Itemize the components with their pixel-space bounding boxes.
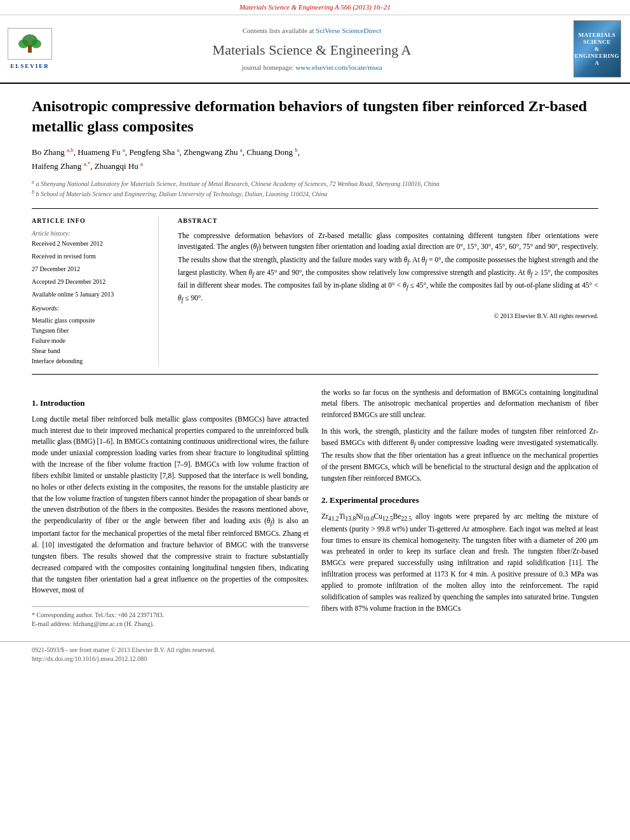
abstract-heading: ABSTRACT [178, 217, 598, 225]
svg-point-3 [18, 39, 29, 48]
keyword-5: Interface debonding [32, 356, 149, 366]
journal-name: Materials Science & Engineering A [58, 41, 565, 60]
journal-header: ELSEVIER Contents lists available at Sci… [0, 15, 630, 84]
journal-homepage: journal homepage: www.elsevier.com/locat… [58, 63, 565, 72]
svg-point-4 [31, 39, 41, 48]
corresponding-author-note: * Corresponding author. Tel./fax: +86 24… [32, 611, 309, 620]
affiliation-a: a Shenyang National Laboratory for Mater… [36, 180, 439, 187]
article-info-heading: ARTICLE INFO [32, 217, 149, 225]
abstract-panel: ABSTRACT The compressive deformation beh… [171, 217, 598, 366]
footer-bar: 0921-5093/$ - see front matter © 2013 El… [0, 641, 630, 667]
footnote-area: * Corresponding author. Tel./fax: +86 24… [32, 606, 309, 629]
affiliations: a a Shenyang National Laboratory for Mat… [32, 178, 598, 199]
journal-logo-box: MATERIALSSCIENCE&ENGINEERINGA [573, 20, 621, 77]
journal-title-area: Contents lists available at SciVerse Sci… [58, 26, 565, 73]
issn-line: 0921-5093/$ - see front matter © 2013 El… [32, 646, 598, 655]
article-info-abstract-section: ARTICLE INFO Article history: Received 2… [32, 208, 598, 375]
available-value: Available online 5 January 2013 [32, 290, 149, 299]
section-2-heading: 2. Experimental procedures [321, 495, 598, 506]
contents-text: Contents lists available at [243, 27, 316, 34]
keywords-label: Keywords: [32, 304, 149, 313]
top-bar: Materials Science & Engineering A 566 (2… [0, 0, 630, 15]
section-1-heading: 1. Introduction [32, 397, 309, 409]
sciverse-link[interactable]: SciVerse ScienceDirect [316, 27, 381, 34]
copyright: © 2013 Elsevier B.V. All rights reserved… [178, 312, 598, 321]
affiliation-b: b School of Materials Science and Engine… [36, 191, 328, 198]
abstract-text: The compressive deformation behaviors of… [178, 230, 598, 306]
journal-citation: Materials Science & Engineering A 566 (2… [239, 3, 391, 11]
logo-title: MATERIALSSCIENCE&ENGINEERINGA [575, 32, 620, 66]
revised-date: 27 December 2012 [32, 265, 149, 274]
keyword-2: Tungsten fiber [32, 326, 149, 336]
article-content: Anisotropic compressive deformation beha… [0, 84, 630, 641]
accepted-value: Accepted 29 December 2012 [32, 277, 149, 286]
elsevier-logo-image [8, 28, 52, 60]
body-left-column: 1. Introduction Long ductile metal fiber… [32, 387, 309, 629]
svg-rect-2 [28, 45, 32, 53]
keyword-3: Failure mode [32, 336, 149, 346]
email-note: E-mail address: hfzhang@imr.ac.cn (H. Zh… [32, 620, 309, 629]
authors-line: Bo Zhang a,b, Huameng Fu a, Pengfeng Sha… [32, 145, 598, 173]
keyword-4: Shear band [32, 346, 149, 356]
section-1-para-right-2: In this work, the strength, plasticity a… [321, 426, 598, 484]
article-info-panel: ARTICLE INFO Article history: Received 2… [32, 217, 159, 366]
contents-line: Contents lists available at SciVerse Sci… [58, 26, 565, 36]
section-1-para-1: Long ductile metal fiber reinforced bulk… [32, 414, 309, 596]
body-right-column: the works so far focus on the synthesis … [321, 387, 598, 629]
section-1-para-right-1: the works so far focus on the synthesis … [321, 387, 598, 421]
homepage-text: journal homepage: [241, 63, 295, 71]
journal-logo-box-area: MATERIALSSCIENCE&ENGINEERINGA [572, 20, 622, 77]
keyword-1: Metallic glass composite [32, 316, 149, 326]
revised-label: Received in revised form [32, 252, 149, 261]
elsevier-label: ELSEVIER [10, 62, 50, 70]
body-content: 1. Introduction Long ductile metal fiber… [32, 387, 598, 629]
article-title: Anisotropic compressive deformation beha… [32, 97, 598, 136]
homepage-link[interactable]: www.elsevier.com/locate/msea [295, 63, 382, 71]
history-label: Article history: [32, 229, 149, 238]
received-value: Received 2 November 2012 [32, 239, 149, 248]
doi-line: http://dx.doi.org/10.1016/j.msea.2012.12… [32, 655, 598, 663]
section-2-para-1: Zr41.2Ti13.8Ni10.0Cu12.5Be22.5 alloy ing… [321, 511, 598, 615]
publisher-logo-area: ELSEVIER [8, 28, 52, 70]
